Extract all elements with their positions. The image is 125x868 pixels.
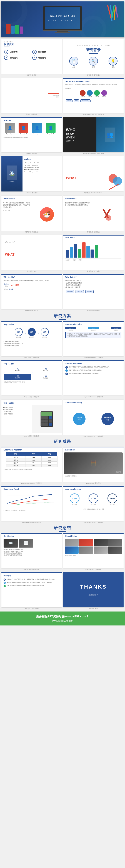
contents-slide-wrapper: Contents 目录页面 1 研究背景 2 研究方案 3 研究成果 xyxy=(1,39,62,76)
legend-3: ■ 类型C xyxy=(78,259,82,261)
result-photo-title: Result Picture xyxy=(63,534,124,538)
result-graph-slide: Experiment Result xyxy=(1,486,62,521)
why2-slide: Why do this? 我们对什么进行了实验，这些词语和数据的比较，比较，为什… xyxy=(1,274,62,309)
contents-label-4: 研究总结 xyxy=(38,56,46,59)
stat-label-1: 提升率A xyxy=(70,504,79,506)
contents-slide: Contents 目录页面 1 研究背景 2 研究方案 3 研究成果 xyxy=(1,39,62,74)
what-text2: WHAT xyxy=(66,176,91,180)
stats-note: 各项性能指标相较基线方法的提升幅度 xyxy=(63,508,124,510)
slide-caption-result-graph: Experiment Result · 实验结果 xyxy=(1,521,62,524)
slide-caption-hwww2: 研究问题 · Who How When Why xyxy=(63,152,124,155)
research-plan-section-title: 研究方案 xyxy=(1,313,124,320)
exp-table: 方法 时间 指标 方法 A 42s 0.85 xyxy=(6,452,57,467)
author-2: Author B xyxy=(87,90,93,97)
slide-caption-why3: 研究动机 · 现有挑战 xyxy=(63,309,124,312)
why3-title: Why do this? xyxy=(63,275,124,279)
wis1-author: — 研究目标 xyxy=(3,209,30,211)
contents-label-2: 研究方案 xyxy=(38,51,46,53)
legend-red: ■ 基线方法 xyxy=(11,509,17,511)
hwww2-slide: WHO HOW WHEN WHY ? 👥 xyxy=(63,117,124,152)
svg-point-10 xyxy=(51,494,52,495)
slide-caption-wis1: 研究背景 · 问题定义 xyxy=(1,231,62,234)
steps-slide: Step（一级） 步骤1 数据采集 → 步骤2 数据处理 xyxy=(1,321,62,356)
slide-caption-wis2: 研究背景 · 研究意义 xyxy=(63,231,124,234)
stat-val-2: 47% xyxy=(91,497,96,500)
authors-slide: Authors 👤 Researcher A University 👤 xyxy=(1,117,62,152)
why3-wrapper: Why do this? 现有方法存在以下不足：• 无法处理大规模实时数据• 缺… xyxy=(63,274,124,312)
keyword-1: Spatial xyxy=(66,99,73,102)
concl-item-2: 通过大规模实验验证了所提方法的有效性，在三个公开数据集上均取得了最优性能。 xyxy=(4,582,59,584)
row4-metric: 0.94 xyxy=(42,464,57,467)
author-line-2: • Li Ming — Co-Author xyxy=(24,164,60,166)
thanks-text: THANKS xyxy=(80,584,107,590)
steps-wrapper: Step（一级） 步骤1 数据采集 → 步骤2 数据处理 xyxy=(1,321,62,359)
slide-caption-conclusion: 研究总结 · 总结与展望 xyxy=(1,608,62,610)
step-node-1: 步骤1 数据采集 xyxy=(15,328,23,338)
row1-time: 42s xyxy=(26,456,42,459)
stat-47: 47% 提升率B xyxy=(89,493,98,506)
monitor-container: 简约论文汇报、毕业设计模版 Academic Report & Thesis D… xyxy=(43,6,82,33)
slide-caption-why1: 研究动机 · Why xyxy=(1,270,62,273)
barchart-wrapper: Why do this? ■ 类型 xyxy=(63,235,124,273)
row3-method: 方法 C xyxy=(6,462,26,464)
why1-slide: Why do this? HOW WHO WHAT WHEN WHY xyxy=(1,235,62,270)
svg-point-7 xyxy=(25,498,26,499)
contents-grid: 1 研究背景 2 研究方案 3 研究成果 4 研究总结 xyxy=(1,49,62,61)
photo-2 xyxy=(79,539,93,546)
stat-val-1: 23% xyxy=(72,497,77,500)
approach-detail: 本研究提出了一种端到端的时空数据处理框架，通过多任务学习机制同时优化多个目标函数… xyxy=(66,332,121,338)
contents-num-3: 3 xyxy=(4,56,8,60)
conclusion-title: 研究总结 xyxy=(1,573,62,578)
detail-item-3: 3 通过多尺度训练策略提升模型在不同场景下的泛化能力。 xyxy=(66,373,121,375)
contents-en-label: Contents xyxy=(4,41,59,43)
slide-caption-hwww: 幻灯片 · 研究问题 xyxy=(1,113,62,116)
photo-3 xyxy=(94,539,108,546)
concl-item-3: 未来工作将进一步探索模型的可解释性和在更多应用场景的泛化能力。 xyxy=(4,585,59,587)
svg-point-6 xyxy=(16,500,16,501)
sub-step-1: 01 数据清洗 xyxy=(4,367,31,373)
photo-5 xyxy=(65,547,79,554)
why-why: WHY xyxy=(5,260,13,264)
photo-1 xyxy=(65,539,79,546)
why2-wrapper: Why do this? 我们对什么进行了实验，这些词语和数据的比较，比较，为什… xyxy=(1,274,62,312)
slide-caption-result-photo: Result Picture · 结果图片 xyxy=(63,568,124,571)
stats-wrapper: Approach Summary 23% 提升率A 47% 提升率B xyxy=(63,486,124,524)
slide-caption-step-sub: Step（二级）· 详细步骤 xyxy=(1,396,62,398)
when-text: WHEN xyxy=(5,97,16,101)
contrib-title: Contribution xyxy=(1,534,62,538)
kw-3: 高效计算 xyxy=(85,290,93,293)
exp-table-wrapper: Experiment Approach 方法 时间 指标 方法 xyxy=(1,447,62,485)
row-what: What is this? 对于网络上发布的美食图片和文章，我们自动发现其背后蕴… xyxy=(0,195,125,234)
research-plan-title-cn: 研究方案 xyxy=(1,313,124,319)
conclusion-slide: 研究总结 本文提出了一种基于深度学习的时空数据分析框架，在准确性和效率上均超过现… xyxy=(1,572,62,608)
slide-caption-summary-badges: Approach Summary · 方法总结 xyxy=(63,435,124,437)
exp-photo-slide: Experiment 🧮 实验环境 实验设备与环境展示 xyxy=(63,447,124,482)
why2-title: Why do this? xyxy=(1,275,62,279)
slide-caption-why2: 研究动机 · 数据统计 xyxy=(1,309,62,312)
summary-badges-slide: Approach Summary Simple 简单 Effective 有效 xyxy=(63,400,124,435)
exp-table-slide: Experiment Approach 方法 时间 指标 方法 xyxy=(1,447,62,482)
row2-method: 方法 B xyxy=(6,459,26,462)
keyword-2: GIS xyxy=(74,99,79,102)
why-big: WHY xyxy=(66,139,72,142)
author-line-1: • Zhang Wei — Lead Author xyxy=(24,162,60,164)
authors-affil: Conference on Spatial Information System… xyxy=(1,136,62,139)
kw-2: 时空关联 xyxy=(76,290,84,293)
col-time: 时间 xyxy=(26,452,42,456)
slide-caption-approach-detail: Approach Overview · 方法详情 xyxy=(63,396,124,398)
slide-caption-acm: ACM SIGSPATIAL GIS · 会议论文 xyxy=(63,113,124,116)
contents-num-4: 4 xyxy=(32,56,37,60)
step-sub-slide: Step（二级） 01 数据清洗 02 特征工程 03 模型训练 xyxy=(1,361,62,396)
howwhat-slide: HOW WHO WHEN WHAT WHERE xyxy=(63,156,124,191)
simple-badge: Simple 简单 xyxy=(73,413,86,425)
thanks-subtitle: 感谢您的聆听 xyxy=(80,594,107,596)
approach-detail-title: Approach Overview xyxy=(63,361,124,365)
step-sub-title: Step（二级） xyxy=(1,361,62,366)
svg-point-8 xyxy=(34,496,35,497)
conclusion-wrapper: 研究总结 本文提出了一种基于深度学习的时空数据分析框架，在准确性和效率上均超过现… xyxy=(1,572,62,610)
approach-detail-slide: Approach Overview 1 提出了基于图神经网络的时空数据建模框架，… xyxy=(63,361,124,396)
slide-caption-authors2: Authors · 作者详情 xyxy=(1,191,62,194)
step-sub-wrapper: Step（二级） 01 数据清洗 02 特征工程 03 模型训练 xyxy=(1,361,62,398)
thanks-slide: THANKS 感谢您的聆听 xyxy=(63,572,124,608)
contribution-slide: Contribution ⌨️ 📊 • 提出了一种新的空间数据处理方法 • 在多 xyxy=(1,533,62,568)
